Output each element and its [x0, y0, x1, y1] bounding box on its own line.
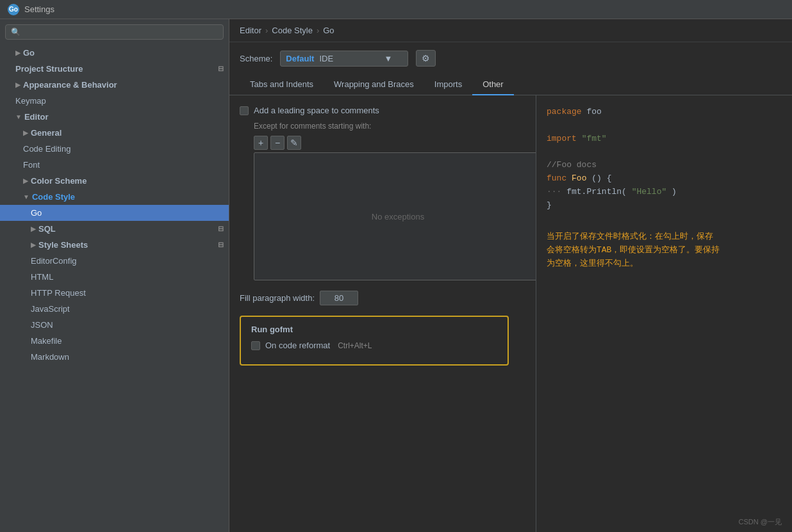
code-line-closing: } — [547, 199, 782, 213]
settings-content: Add a leading space to comments Except f… — [229, 95, 536, 376]
watermark: CSDN @一见 — [739, 517, 782, 527]
arrow-down-icon: ▼ — [15, 113, 22, 120]
code-indent-dots: ··· — [547, 187, 561, 197]
sidebar-editor-label: Editor — [24, 112, 49, 122]
fill-input[interactable] — [320, 291, 358, 305]
sidebar-item-html[interactable]: HTML — [0, 269, 229, 285]
sidebar-sql-badge: ⊟ — [218, 225, 224, 233]
sidebar-item-editor[interactable]: ▼ Editor — [0, 109, 229, 125]
add-exception-button[interactable]: + — [254, 136, 268, 150]
exceptions-box: No exceptions — [254, 152, 536, 280]
sidebar-makefile-label: Makefile — [31, 336, 62, 346]
code-println-start: fmt.Println( — [566, 187, 627, 197]
remove-exception-button[interactable]: − — [270, 136, 285, 150]
sidebar-item-go-active[interactable]: Go — [0, 205, 229, 221]
tab-imports[interactable]: Imports — [424, 74, 472, 95]
tabs-bar: Tabs and Indents Wrapping and Braces Imp… — [229, 74, 792, 95]
gofmt-box: Run gofmt On code reformat Ctrl+Alt+L — [240, 316, 509, 366]
sidebar-item-font[interactable]: Font — [0, 157, 229, 173]
breadcrumb-editor: Editor — [240, 26, 261, 35]
sidebar-go-label: Go — [23, 48, 35, 58]
dropdown-arrow-icon: ▼ — [384, 54, 392, 63]
code-line-blank-2 — [547, 145, 782, 159]
fill-label: Fill paragraph width: — [240, 293, 315, 303]
tab-tabs-indents[interactable]: Tabs and Indents — [240, 74, 324, 95]
sidebar-item-markdown[interactable]: Markdown — [0, 349, 229, 365]
scheme-dropdown[interactable]: Default IDE ▼ — [280, 51, 408, 67]
arrow-right-icon-6: ▶ — [31, 241, 36, 248]
code-closing-brace: } — [547, 200, 552, 210]
arrow-right-icon-4: ▶ — [23, 177, 28, 184]
breadcrumb-sep-1: › — [265, 26, 268, 35]
code-package-keyword: package — [547, 107, 582, 117]
code-func-keyword: func — [547, 173, 566, 183]
sidebar-item-code-editing[interactable]: Code Editing — [0, 141, 229, 157]
no-exceptions-text: No exceptions — [372, 212, 424, 222]
code-println-end: ) — [672, 187, 677, 197]
sidebar-item-json[interactable]: JSON — [0, 317, 229, 333]
code-func-name: Foo — [572, 173, 586, 183]
edit-exception-button[interactable]: ✎ — [287, 136, 301, 150]
code-line-comment: //Foo docs — [547, 159, 782, 172]
sidebar-item-javascript[interactable]: JavaScript — [0, 301, 229, 317]
code-func-parens: () { — [591, 173, 611, 183]
sidebar-item-go[interactable]: ▶ Go — [0, 45, 229, 61]
exceptions-label: Except for comments starting with: — [254, 122, 525, 131]
sidebar-style-sheets-label: Style Sheets — [38, 240, 88, 250]
sidebar-general-label: General — [31, 128, 62, 138]
sidebar-item-makefile[interactable]: Makefile — [0, 333, 229, 349]
arrow-right-icon-5: ▶ — [31, 225, 36, 232]
sidebar-json-label: JSON — [31, 320, 53, 330]
sidebar-item-project-structure[interactable]: Project Structure ⊟ — [0, 61, 229, 77]
tab-wrapping-braces[interactable]: Wrapping and Braces — [324, 74, 424, 95]
annotation-box: 当开启了保存文件时格式化：在勾上时，保存会将空格转为TAB，即使设置为空格了。要… — [547, 225, 782, 270]
leading-space-label: Add a leading space to comments — [254, 106, 379, 115]
sidebar-item-keymap[interactable]: Keymap — [0, 93, 229, 109]
code-line-blank-1 — [547, 119, 782, 133]
sidebar-font-label: Font — [23, 160, 40, 170]
sidebar-item-appearance[interactable]: ▶ Appearance & Behavior — [0, 77, 229, 93]
arrow-down-icon-2: ▼ — [23, 193, 29, 200]
settings-panel: Add a leading space to comments Except f… — [229, 95, 792, 532]
sidebar-project-label: Project Structure — [15, 64, 83, 74]
leading-space-checkbox[interactable] — [240, 106, 249, 115]
settings-main: Add a leading space to comments Except f… — [229, 95, 536, 532]
code-line-println: ··· fmt.Println( "Hello" ) — [547, 186, 782, 199]
app-title: Settings — [24, 4, 54, 14]
annotation-text: 当开启了保存文件时格式化：在勾上时，保存会将空格转为TAB，即使设置为空格了。要… — [547, 232, 720, 268]
content-area: Editor › Code Style › Go Scheme: Default… — [229, 19, 792, 532]
sidebar-http-label: HTTP Request — [31, 288, 86, 298]
breadcrumb-go: Go — [323, 26, 334, 35]
on-reformat-checkbox[interactable] — [251, 341, 260, 350]
breadcrumb-code-style: Code Style — [272, 26, 313, 35]
breadcrumb-sep-2: › — [317, 26, 319, 35]
code-import-keyword: import — [547, 134, 577, 143]
code-line-1: package foo — [547, 106, 782, 119]
search-input[interactable] — [24, 28, 218, 36]
title-bar: Go Settings — [0, 0, 792, 19]
sidebar-sql-label: SQL — [38, 224, 56, 234]
sidebar-item-code-style[interactable]: ▼ Code Style — [0, 189, 229, 205]
sidebar-item-editorconfig[interactable]: EditorConfig — [0, 253, 229, 269]
sidebar-editorconfig-label: EditorConfig — [31, 256, 77, 266]
sidebar-html-label: HTML — [31, 272, 53, 282]
scheme-type: IDE — [319, 54, 333, 63]
sidebar-go-active-label: Go — [31, 208, 42, 218]
sidebar-item-style-sheets[interactable]: ▶ Style Sheets ⊟ — [0, 237, 229, 253]
scheme-settings-button[interactable]: ⚙ — [416, 50, 436, 67]
search-box[interactable]: 🔍 — [5, 24, 224, 40]
gofmt-title: Run gofmt — [251, 325, 497, 334]
sidebar-item-sql[interactable]: ▶ SQL ⊟ — [0, 221, 229, 237]
code-line-func: func Foo () { — [547, 172, 782, 186]
sidebar-js-label: JavaScript — [31, 304, 70, 314]
sidebar-appearance-label: Appearance & Behavior — [23, 80, 117, 90]
on-reformat-row: On code reformat Ctrl+Alt+L — [251, 341, 497, 350]
sidebar-code-editing-label: Code Editing — [23, 144, 70, 154]
sidebar-item-http-request[interactable]: HTTP Request — [0, 285, 229, 301]
app-icon: Go — [8, 4, 19, 15]
sidebar-markdown-label: Markdown — [31, 352, 69, 362]
tab-other[interactable]: Other — [472, 74, 514, 95]
scheme-name: Default — [286, 54, 314, 63]
sidebar-item-general[interactable]: ▶ General — [0, 125, 229, 141]
sidebar-item-color-scheme[interactable]: ▶ Color Scheme — [0, 173, 229, 189]
